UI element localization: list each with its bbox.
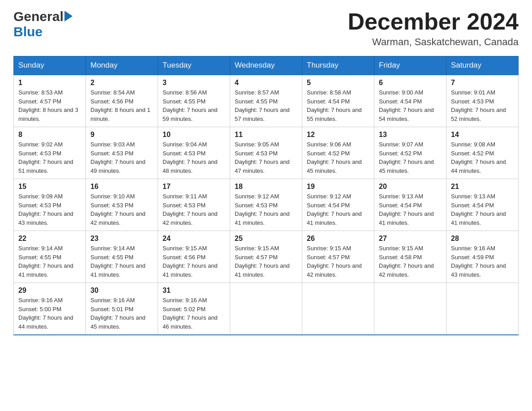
day-number: 3: [163, 79, 225, 87]
calendar-day-cell: 12 Sunrise: 9:06 AMSunset: 4:52 PMDaylig…: [302, 127, 374, 179]
day-of-week-header: Friday: [374, 56, 446, 75]
day-info: Sunrise: 9:05 AMSunset: 4:53 PMDaylight:…: [235, 140, 297, 175]
location-text: Warman, Saskatchewan, Canada: [348, 36, 519, 48]
calendar-day-cell: 26 Sunrise: 9:15 AMSunset: 4:57 PMDaylig…: [302, 231, 374, 283]
page-header: General Blue December 2024 Warman, Saska…: [13, 9, 519, 48]
day-number: 31: [163, 287, 225, 295]
calendar-day-cell: 3 Sunrise: 8:56 AMSunset: 4:55 PMDayligh…: [158, 75, 230, 127]
day-info: Sunrise: 9:00 AMSunset: 4:54 PMDaylight:…: [379, 88, 442, 123]
calendar-day-cell: [230, 283, 302, 335]
day-info: Sunrise: 9:13 AMSunset: 4:54 PMDaylight:…: [451, 192, 514, 227]
day-of-week-header: Saturday: [446, 56, 519, 75]
day-number: 10: [163, 131, 225, 139]
calendar-day-cell: 10 Sunrise: 9:04 AMSunset: 4:53 PMDaylig…: [158, 127, 230, 179]
day-number: 13: [379, 131, 442, 139]
calendar-day-cell: 22 Sunrise: 9:14 AMSunset: 4:55 PMDaylig…: [14, 231, 86, 283]
calendar-week-row: 22 Sunrise: 9:14 AMSunset: 4:55 PMDaylig…: [14, 231, 519, 283]
day-number: 26: [307, 235, 369, 243]
day-number: 1: [18, 79, 81, 87]
day-number: 4: [235, 79, 297, 87]
calendar-header-row: SundayMondayTuesdayWednesdayThursdayFrid…: [14, 56, 519, 75]
calendar-day-cell: 27 Sunrise: 9:15 AMSunset: 4:58 PMDaylig…: [374, 231, 446, 283]
logo-blue-text: Blue: [13, 24, 43, 39]
day-info: Sunrise: 9:14 AMSunset: 4:55 PMDaylight:…: [90, 244, 153, 279]
calendar-day-cell: 29 Sunrise: 9:16 AMSunset: 5:00 PMDaylig…: [14, 283, 86, 335]
calendar-day-cell: 31 Sunrise: 9:16 AMSunset: 5:02 PMDaylig…: [158, 283, 230, 335]
day-info: Sunrise: 9:14 AMSunset: 4:55 PMDaylight:…: [18, 244, 81, 279]
calendar-day-cell: 7 Sunrise: 9:01 AMSunset: 4:53 PMDayligh…: [446, 75, 519, 127]
calendar-day-cell: 16 Sunrise: 9:10 AMSunset: 4:53 PMDaylig…: [86, 179, 158, 231]
day-info: Sunrise: 8:57 AMSunset: 4:55 PMDaylight:…: [235, 88, 297, 123]
day-number: 19: [307, 183, 369, 191]
calendar-day-cell: [374, 283, 446, 335]
day-info: Sunrise: 9:02 AMSunset: 4:53 PMDaylight:…: [18, 140, 81, 175]
day-of-week-header: Thursday: [302, 56, 374, 75]
day-info: Sunrise: 9:09 AMSunset: 4:53 PMDaylight:…: [18, 192, 81, 227]
day-info: Sunrise: 9:16 AMSunset: 5:01 PMDaylight:…: [90, 296, 153, 331]
calendar-day-cell: 9 Sunrise: 9:03 AMSunset: 4:53 PMDayligh…: [86, 127, 158, 179]
logo-general-text: General: [13, 9, 64, 24]
day-number: 6: [379, 79, 442, 87]
day-info: Sunrise: 9:15 AMSunset: 4:56 PMDaylight:…: [163, 244, 225, 279]
title-section: December 2024 Warman, Saskatchewan, Cana…: [348, 9, 519, 48]
calendar-day-cell: 6 Sunrise: 9:00 AMSunset: 4:54 PMDayligh…: [374, 75, 446, 127]
day-info: Sunrise: 9:04 AMSunset: 4:53 PMDaylight:…: [163, 140, 225, 175]
day-info: Sunrise: 8:58 AMSunset: 4:54 PMDaylight:…: [307, 88, 369, 123]
logo-arrow-icon: [64, 11, 73, 21]
day-number: 22: [18, 235, 81, 243]
calendar-day-cell: 13 Sunrise: 9:07 AMSunset: 4:52 PMDaylig…: [374, 127, 446, 179]
day-of-week-header: Monday: [86, 56, 158, 75]
day-number: 14: [451, 131, 514, 139]
calendar-day-cell: 20 Sunrise: 9:13 AMSunset: 4:54 PMDaylig…: [374, 179, 446, 231]
day-of-week-header: Wednesday: [230, 56, 302, 75]
day-info: Sunrise: 9:15 AMSunset: 4:58 PMDaylight:…: [379, 244, 442, 279]
day-number: 9: [90, 131, 153, 139]
day-of-week-header: Sunday: [14, 56, 86, 75]
calendar-day-cell: [446, 283, 519, 335]
day-number: 12: [307, 131, 369, 139]
day-info: Sunrise: 8:54 AMSunset: 4:56 PMDaylight:…: [90, 88, 153, 123]
day-info: Sunrise: 9:07 AMSunset: 4:52 PMDaylight:…: [379, 140, 442, 175]
calendar-week-row: 29 Sunrise: 9:16 AMSunset: 5:00 PMDaylig…: [14, 283, 519, 335]
calendar-week-row: 15 Sunrise: 9:09 AMSunset: 4:53 PMDaylig…: [14, 179, 519, 231]
calendar-day-cell: 25 Sunrise: 9:15 AMSunset: 4:57 PMDaylig…: [230, 231, 302, 283]
day-info: Sunrise: 9:01 AMSunset: 4:53 PMDaylight:…: [451, 88, 514, 123]
calendar-day-cell: 30 Sunrise: 9:16 AMSunset: 5:01 PMDaylig…: [86, 283, 158, 335]
calendar-day-cell: 8 Sunrise: 9:02 AMSunset: 4:53 PMDayligh…: [14, 127, 86, 179]
day-info: Sunrise: 9:16 AMSunset: 4:59 PMDaylight:…: [451, 244, 514, 279]
day-number: 20: [379, 183, 442, 191]
day-number: 18: [235, 183, 297, 191]
day-number: 30: [90, 287, 153, 295]
day-info: Sunrise: 9:16 AMSunset: 5:02 PMDaylight:…: [163, 296, 225, 331]
day-number: 16: [90, 183, 153, 191]
day-info: Sunrise: 9:11 AMSunset: 4:53 PMDaylight:…: [163, 192, 225, 227]
calendar-day-cell: 19 Sunrise: 9:12 AMSunset: 4:54 PMDaylig…: [302, 179, 374, 231]
day-info: Sunrise: 9:15 AMSunset: 4:57 PMDaylight:…: [235, 244, 297, 279]
calendar-day-cell: 1 Sunrise: 8:53 AMSunset: 4:57 PMDayligh…: [14, 75, 86, 127]
day-number: 8: [18, 131, 81, 139]
day-info: Sunrise: 8:56 AMSunset: 4:55 PMDaylight:…: [163, 88, 225, 123]
month-title: December 2024: [348, 9, 519, 34]
day-info: Sunrise: 9:12 AMSunset: 4:54 PMDaylight:…: [307, 192, 369, 227]
calendar-day-cell: 4 Sunrise: 8:57 AMSunset: 4:55 PMDayligh…: [230, 75, 302, 127]
calendar-day-cell: 23 Sunrise: 9:14 AMSunset: 4:55 PMDaylig…: [86, 231, 158, 283]
calendar-day-cell: 21 Sunrise: 9:13 AMSunset: 4:54 PMDaylig…: [446, 179, 519, 231]
day-number: 15: [18, 183, 81, 191]
calendar-day-cell: 2 Sunrise: 8:54 AMSunset: 4:56 PMDayligh…: [86, 75, 158, 127]
calendar-day-cell: 11 Sunrise: 9:05 AMSunset: 4:53 PMDaylig…: [230, 127, 302, 179]
day-info: Sunrise: 9:10 AMSunset: 4:53 PMDaylight:…: [90, 192, 153, 227]
day-number: 27: [379, 235, 442, 243]
day-number: 24: [163, 235, 225, 243]
day-of-week-header: Tuesday: [158, 56, 230, 75]
day-number: 11: [235, 131, 297, 139]
day-info: Sunrise: 9:15 AMSunset: 4:57 PMDaylight:…: [307, 244, 369, 279]
day-number: 2: [90, 79, 153, 87]
day-number: 5: [307, 79, 369, 87]
day-number: 17: [163, 183, 225, 191]
calendar-week-row: 8 Sunrise: 9:02 AMSunset: 4:53 PMDayligh…: [14, 127, 519, 179]
calendar-day-cell: [302, 283, 374, 335]
calendar-table: SundayMondayTuesdayWednesdayThursdayFrid…: [13, 56, 519, 335]
calendar-day-cell: 28 Sunrise: 9:16 AMSunset: 4:59 PMDaylig…: [446, 231, 519, 283]
calendar-day-cell: 24 Sunrise: 9:15 AMSunset: 4:56 PMDaylig…: [158, 231, 230, 283]
calendar-day-cell: 5 Sunrise: 8:58 AMSunset: 4:54 PMDayligh…: [302, 75, 374, 127]
